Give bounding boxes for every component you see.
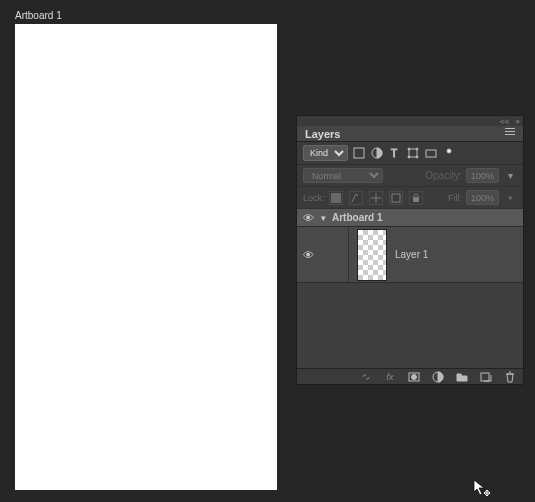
lock-label: Lock:: [303, 193, 325, 203]
svg-point-5: [416, 148, 418, 150]
lock-transparency-icon[interactable]: [329, 191, 343, 205]
expand-icon[interactable]: ▾: [321, 213, 326, 223]
lock-all-icon[interactable]: [409, 191, 423, 205]
filter-shape-icon[interactable]: [406, 146, 420, 160]
panel-title: Layers: [305, 128, 340, 140]
svg-rect-0: [354, 148, 364, 158]
fill-field[interactable]: 100%: [466, 190, 499, 205]
canvas[interactable]: [15, 24, 277, 490]
layer-fx-icon[interactable]: fx: [383, 370, 397, 384]
svg-text:T: T: [391, 148, 397, 159]
svg-point-9: [447, 149, 451, 153]
new-layer-icon[interactable]: [479, 370, 493, 384]
filter-smart-icon[interactable]: [424, 146, 438, 160]
delete-layer-icon[interactable]: [503, 370, 517, 384]
filter-pixel-icon[interactable]: [352, 146, 366, 160]
svg-rect-16: [481, 373, 489, 381]
add-mask-icon[interactable]: [407, 370, 421, 384]
panel-bottom: fx: [297, 368, 523, 384]
lock-position-icon[interactable]: [369, 191, 383, 205]
artboard-label: Artboard 1: [15, 10, 62, 21]
panel-menu-icon[interactable]: [505, 128, 519, 138]
adjustment-layer-icon[interactable]: [431, 370, 445, 384]
fill-label: Fill:: [448, 193, 462, 203]
filter-row: Kind T: [297, 142, 523, 165]
lock-row: Lock: Fill: 100% ▾: [297, 187, 523, 209]
lock-pixels-icon[interactable]: [349, 191, 363, 205]
collapse-icon[interactable]: <<: [500, 117, 509, 126]
svg-point-4: [408, 148, 410, 150]
filter-artboard-icon[interactable]: [442, 146, 456, 160]
blend-row: Normal Opacity: 100% ▾: [297, 165, 523, 187]
filter-adjust-icon[interactable]: [370, 146, 384, 160]
artboard-name: Artboard 1: [332, 212, 383, 223]
opacity-label: Opacity:: [425, 170, 462, 181]
layer-thumbnail[interactable]: [357, 229, 387, 281]
link-layers-icon[interactable]: [359, 370, 373, 384]
layers-list: 👁 ▾ Artboard 1 👁 Layer 1: [297, 209, 523, 368]
fill-dropdown-icon[interactable]: ▾: [503, 191, 517, 205]
layer-row[interactable]: 👁 Layer 1: [297, 227, 523, 283]
layer-indent: [323, 227, 349, 282]
filter-kind-select[interactable]: Kind: [303, 145, 348, 161]
layer-name[interactable]: Layer 1: [395, 249, 428, 260]
svg-rect-3: [409, 149, 417, 157]
close-icon[interactable]: ×: [515, 117, 520, 126]
move-cursor-icon: [473, 479, 491, 497]
opacity-field[interactable]: 100%: [466, 168, 499, 183]
svg-rect-11: [392, 194, 400, 202]
lock-artboard-icon[interactable]: [389, 191, 403, 205]
svg-point-14: [412, 374, 417, 379]
filter-type-icon[interactable]: T: [388, 146, 402, 160]
layers-panel: << × Layers Kind T Normal Opacity: 100% …: [296, 115, 524, 385]
svg-rect-12: [413, 197, 419, 202]
panel-tab-layers[interactable]: Layers: [297, 126, 523, 142]
new-group-icon[interactable]: [455, 370, 469, 384]
visibility-icon[interactable]: 👁: [301, 212, 315, 224]
opacity-dropdown-icon[interactable]: ▾: [503, 169, 517, 183]
visibility-icon[interactable]: 👁: [301, 249, 315, 261]
svg-point-7: [416, 156, 418, 158]
blend-mode-select[interactable]: Normal: [303, 168, 383, 183]
panel-topbar: << ×: [297, 116, 523, 126]
artboard-row[interactable]: 👁 ▾ Artboard 1: [297, 209, 523, 227]
svg-point-6: [408, 156, 410, 158]
svg-rect-10: [331, 193, 341, 203]
svg-rect-8: [426, 150, 436, 157]
